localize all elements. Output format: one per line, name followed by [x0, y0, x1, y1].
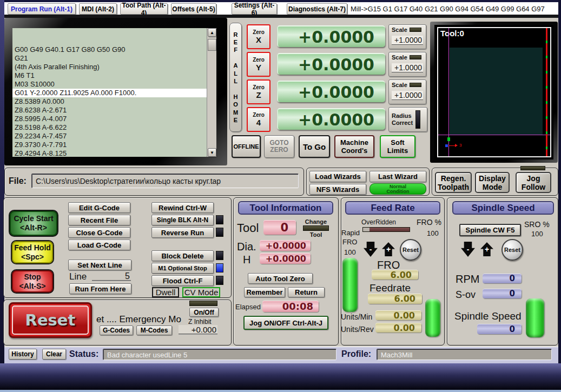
- tool-number-dro[interactable]: 0: [263, 220, 296, 235]
- tab-tool-path[interactable]: Tool Path (Alt-4): [120, 3, 168, 15]
- block-delete-button[interactable]: Block Delete: [151, 250, 214, 261]
- dwell-indicator[interactable]: Dwell: [152, 287, 179, 297]
- feedrate-slider[interactable]: [425, 299, 440, 337]
- a-axis-dro[interactable]: +0.0000: [277, 108, 385, 130]
- feed-reset-button[interactable]: Reset: [400, 239, 421, 261]
- tool-h-dro[interactable]: +0.0000: [260, 253, 311, 264]
- file-path-field[interactable]: C:\Users\rus\Desktop\стратегии\кольцо ка…: [31, 174, 299, 188]
- gcode-line[interactable]: [12, 28, 207, 37]
- reset-button[interactable]: Reset: [9, 302, 92, 338]
- gcode-line[interactable]: Z9.2234 A-7.457: [12, 132, 207, 141]
- display-mode-button[interactable]: Display Mode: [475, 172, 510, 193]
- scrollbar-up-icon[interactable]: ▲: [208, 28, 216, 37]
- flood-button[interactable]: Flood Ctrl-F: [151, 275, 214, 286]
- reverse-run-button[interactable]: Reverse Run: [151, 227, 214, 238]
- z-scale-value[interactable]: +1.0000: [392, 91, 423, 100]
- spindle-reset-button[interactable]: Reset: [501, 239, 523, 261]
- ref-all-home-button[interactable]: R E F A L L H O M E: [229, 23, 242, 132]
- feed-hold-button[interactable]: Feed Hold <Spc>: [11, 240, 54, 264]
- offline-button[interactable]: OFFLINE: [232, 135, 261, 158]
- load-gcode-button[interactable]: Load G-Code: [68, 240, 130, 250]
- rewind-button[interactable]: Rewind Ctrl-W: [151, 202, 214, 213]
- profile-field[interactable]: Mach3Mill: [377, 349, 552, 360]
- to-go-button[interactable]: To Go: [299, 135, 330, 158]
- regen-toolpath-button[interactable]: Regen. Toolpath: [435, 172, 472, 193]
- last-wizard-button[interactable]: Last Wizard: [369, 171, 426, 182]
- m1-optional-stop-button[interactable]: M1 Optional Stop: [151, 263, 214, 274]
- gcode-line[interactable]: [12, 37, 207, 45]
- jog-onoff-button[interactable]: Jog ON/OFF Ctrl-Alt-J: [243, 316, 328, 330]
- gcode-line[interactable]: Z9.3730 A-7.791: [12, 141, 207, 149]
- edit-gcode-button[interactable]: Edit G-Code: [68, 202, 130, 213]
- gcode-line[interactable]: M03 S10000: [12, 80, 207, 89]
- change-tool-button[interactable]: Change Tool: [301, 218, 331, 239]
- scrollbar-down-icon[interactable]: ▼: [208, 148, 216, 157]
- tab-settings[interactable]: Settings (Alt-6): [232, 3, 277, 15]
- scrollbar-thumb[interactable]: [208, 39, 216, 51]
- tool-dia-dro[interactable]: +0.0000: [260, 240, 311, 251]
- jog-follow-button[interactable]: Jog Follow: [516, 172, 551, 193]
- gcode-line[interactable]: Z9.4294 A-8.125: [12, 149, 207, 157]
- gcode-line[interactable]: Z8.5198 A-6.622: [12, 123, 207, 132]
- cv-mode-indicator[interactable]: CV Mode: [182, 287, 220, 297]
- spindle-speed-dro[interactable]: 0: [477, 324, 522, 334]
- run-from-here-button[interactable]: Run From Here: [69, 283, 131, 294]
- status-message-field[interactable]: Bad character usedLine 5: [103, 349, 336, 360]
- z-axis-dro[interactable]: +0.0000: [277, 81, 385, 102]
- fro-slider[interactable]: [342, 258, 358, 312]
- load-wizards-button[interactable]: Load Wizards: [309, 171, 366, 182]
- tab-mdi[interactable]: MDI (Alt-2): [79, 3, 117, 15]
- spindle-cw-button[interactable]: Spindle CW F5: [459, 224, 521, 236]
- gcode-line[interactable]: Z8.5995 A-4.007: [12, 115, 207, 123]
- history-button[interactable]: History: [9, 349, 37, 360]
- line-number-dro[interactable]: 5: [92, 271, 131, 281]
- tab-diagnostics[interactable]: Diagnostics (Alt-7): [287, 3, 347, 15]
- radius-correct-button[interactable]: Radius Correct: [388, 107, 427, 132]
- y-scale-value[interactable]: +1.0000: [392, 63, 423, 72]
- stop-button[interactable]: Stop <Alt-S>: [11, 269, 54, 294]
- goto-zero-button[interactable]: GOTO ZERO: [264, 135, 294, 158]
- z-scale-box[interactable]: Scale +1.0000: [388, 79, 426, 104]
- normal-condition-indicator[interactable]: Normal Condition: [369, 183, 426, 195]
- spindle-speed-label: Spindle Speed: [454, 310, 522, 322]
- gcode-line[interactable]: (4th Axis Parallel Finishing): [12, 63, 207, 71]
- gcode-current-line[interactable]: G01 Y-2.0000 Z11.9025 A0.000 F1000.: [12, 89, 207, 97]
- x-scale-box[interactable]: Scale +1.0000: [388, 24, 426, 49]
- single-blk-button[interactable]: Single BLK Alt-N: [151, 215, 214, 225]
- toolpath-display[interactable]: Tool:0 3: [434, 25, 553, 160]
- tab-offsets[interactable]: Offsets (Alt-5): [171, 3, 216, 15]
- auto-tool-zero-button[interactable]: Auto Tool Zero: [248, 273, 313, 284]
- remember-button[interactable]: Remember: [244, 287, 285, 297]
- machine-coords-button[interactable]: Machine Coord's: [334, 135, 374, 158]
- recent-file-button[interactable]: Recent File: [68, 215, 130, 225]
- spindle-slider[interactable]: [526, 298, 544, 337]
- x-scale-value[interactable]: +1.0000: [392, 36, 423, 45]
- soft-limits-button[interactable]: Soft Limits: [380, 135, 415, 158]
- zero-x-button[interactable]: Zero X: [247, 24, 270, 49]
- gcode-list[interactable]: G00 G49 G40.1 G17 G80 G50 G90 G21 (4th A…: [12, 28, 207, 157]
- z-inhibit-value-dro[interactable]: +0.000: [179, 325, 217, 335]
- zero-y-button[interactable]: Zero Y: [247, 52, 270, 77]
- gcode-scrollbar[interactable]: ▲ ▼: [207, 28, 216, 157]
- gcodes-button[interactable]: G-Codes: [100, 325, 133, 335]
- nfs-wizards-button[interactable]: NFS Wizards: [309, 184, 366, 195]
- mcodes-button[interactable]: M-Codes: [136, 325, 172, 335]
- gcode-line[interactable]: Z8.5389 A0.000: [12, 97, 207, 106]
- gcode-line[interactable]: Z8.6238 A-2.671: [12, 106, 207, 115]
- zero-z-button[interactable]: Zero Z: [247, 79, 270, 104]
- y-scale-box[interactable]: Scale +1.0000: [388, 52, 426, 77]
- on-off-button[interactable]: On/Off: [189, 308, 219, 317]
- set-next-line-button[interactable]: Set Next Line: [68, 260, 131, 270]
- clear-button[interactable]: Clear: [42, 349, 66, 360]
- zero-4-button[interactable]: Zero 4: [247, 107, 270, 132]
- tab-program-run[interactable]: Program Run (Alt-1): [8, 3, 76, 15]
- y-axis-dro[interactable]: +0.0000: [277, 53, 385, 75]
- fro-dro[interactable]: 6.00: [372, 270, 418, 280]
- close-gcode-button[interactable]: Close G-Code: [68, 227, 130, 238]
- x-axis-dro[interactable]: +0.0000: [277, 25, 385, 47]
- gcode-line[interactable]: G00 G49 G40.1 G17 G80 G50 G90: [12, 45, 207, 54]
- return-button[interactable]: Return: [288, 287, 325, 297]
- cycle-start-button[interactable]: Cycle Start <Alt-R>: [9, 210, 58, 237]
- gcode-line[interactable]: G21: [12, 54, 207, 63]
- gcode-line[interactable]: M6 T1: [12, 71, 207, 80]
